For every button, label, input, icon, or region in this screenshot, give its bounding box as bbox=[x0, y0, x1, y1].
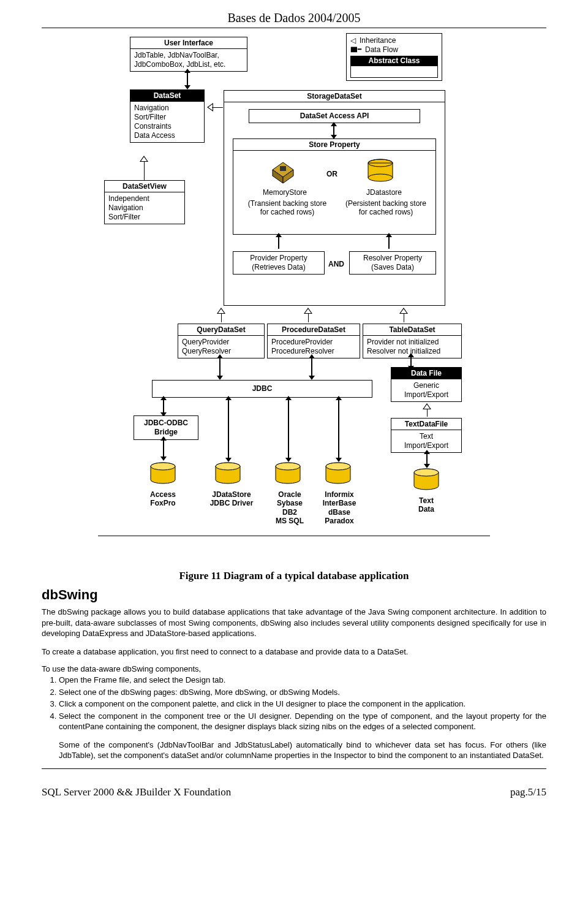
db-cyl-2 bbox=[214, 462, 241, 485]
db-cyl-3 bbox=[274, 462, 301, 485]
arrow-src5 bbox=[426, 453, 428, 464]
dataflow-icon: ⯀━ bbox=[350, 45, 361, 55]
resolver-label: Resolver Property (Saves Data) bbox=[350, 252, 435, 274]
jdatastore-cyl-icon bbox=[367, 159, 394, 182]
svg-point-17 bbox=[414, 469, 439, 476]
svg-point-11 bbox=[216, 463, 240, 470]
step-2: Select one of the dbSwing pages: dbSwing… bbox=[59, 687, 546, 698]
section-heading: dbSwing bbox=[42, 587, 546, 603]
legend-dataflow: Data Flow bbox=[365, 45, 398, 55]
arrow-resolver bbox=[388, 237, 390, 249]
store-property-box: Store Property OR MemoryStore JDatastore… bbox=[233, 138, 436, 235]
memorystore-desc: (Transient backing store for cached rows… bbox=[239, 199, 335, 217]
provider-label: Provider Property (Retrieves Data) bbox=[233, 252, 324, 274]
user-interface-box: User Interface JdbTable, JdbNavToolBar, … bbox=[130, 37, 247, 72]
inheritance-icon: ◁ bbox=[350, 36, 356, 45]
svg-point-13 bbox=[276, 463, 300, 470]
footer-rule bbox=[42, 768, 546, 769]
textdatafile-box: TextDataFile Text Import/Export bbox=[391, 418, 462, 453]
arrow-src4 bbox=[338, 400, 339, 458]
line-t bbox=[404, 314, 404, 322]
dsv-body: Independent Navigation Sort/Filter bbox=[105, 192, 184, 224]
footer-left: SQL Server 2000 && JBuilder X Foundation bbox=[42, 786, 231, 798]
db-cyl-1 bbox=[149, 462, 176, 485]
jdatastore-label: JDatastore bbox=[353, 188, 415, 197]
svg-rect-3 bbox=[280, 166, 286, 171]
paragraph-1: The dbSwing package allows you to build … bbox=[42, 607, 546, 639]
line-q bbox=[221, 314, 222, 322]
tri-textdf bbox=[423, 403, 431, 409]
dataset-body: Navigation Sort/Filter Constraints Data … bbox=[130, 102, 204, 142]
line-textdf bbox=[427, 409, 428, 417]
svg-point-9 bbox=[151, 463, 175, 470]
dataset-api: DataSet Access API bbox=[249, 110, 420, 123]
tri-t bbox=[399, 308, 408, 314]
src3-label: Oracle Sybase DB2 MS SQL bbox=[267, 490, 312, 526]
arrow-table-datafile bbox=[410, 357, 412, 366]
step-1: Open the Frame file, and select the Desi… bbox=[59, 675, 546, 686]
proc-title: ProcedureDataSet bbox=[268, 324, 360, 336]
arrow-src3 bbox=[288, 400, 289, 458]
step-3: Click a component on the component palet… bbox=[59, 699, 546, 710]
db-cyl-4 bbox=[325, 462, 352, 485]
resolver-box: Resolver Property (Saves Data) bbox=[349, 251, 436, 275]
line-p bbox=[308, 314, 309, 322]
legend-box: ◁ Inheritance ⯀━ Data Flow Abstract Clas… bbox=[346, 33, 442, 81]
arrow-q-jdbc bbox=[219, 358, 221, 376]
datasetview-box: DataSetView Independent Navigation Sort/… bbox=[104, 180, 185, 224]
textdf-title: TextDataFile bbox=[391, 419, 461, 430]
footer-right: pag.5/15 bbox=[510, 786, 546, 798]
datafile-body: Generic Import/Export bbox=[391, 379, 461, 401]
src4-label: Informix InterBase dBase Paradox bbox=[315, 490, 364, 526]
legend-inheritance: Inheritance bbox=[360, 36, 396, 45]
paragraph-4: Some of the component's (JdbNavToolBar a… bbox=[59, 740, 546, 761]
tri-q bbox=[217, 308, 225, 314]
svg-point-15 bbox=[326, 463, 350, 470]
page-header: Bases de Dados 2004/2005 bbox=[42, 11, 546, 25]
arrow-api-store bbox=[333, 126, 334, 135]
inherit-tri-dsv bbox=[140, 156, 148, 162]
jdatastore-desc: (Persistent backing store for cached row… bbox=[337, 199, 434, 217]
legend-abstract: Abstract Class bbox=[350, 56, 438, 66]
and-label: AND bbox=[328, 260, 344, 268]
dataset-box: DataSet Navigation Sort/Filter Constrain… bbox=[130, 89, 205, 143]
jdbc-title: JDBC bbox=[153, 381, 372, 397]
store-prop-title: Store Property bbox=[233, 139, 435, 151]
architecture-diagram: ◁ Inheritance ⯀━ Data Flow Abstract Clas… bbox=[98, 33, 490, 566]
arrow-ui-dataset bbox=[187, 72, 188, 86]
diagram-bottom-rule bbox=[98, 536, 490, 536]
paragraph-2: To create a database application, you fi… bbox=[42, 646, 546, 658]
memorystore-label: MemoryStore bbox=[254, 188, 315, 197]
dsv-title: DataSetView bbox=[105, 181, 184, 192]
provider-box: Provider Property (Retrieves Data) bbox=[233, 251, 325, 275]
memory-chip-icon bbox=[270, 161, 296, 186]
dataset-api-box: DataSet Access API bbox=[249, 109, 420, 123]
steps-lead: To use the data-aware dbSwing components… bbox=[42, 664, 546, 673]
arrow-p-jdbc bbox=[311, 358, 312, 376]
ui-body: JdbTable, JdbNavToolBar, JdbComboBox, Jd… bbox=[130, 49, 247, 71]
src5-label: Text Data bbox=[408, 496, 445, 514]
query-title: QueryDataSet bbox=[178, 324, 264, 336]
procdataset-box: ProcedureDataSet ProcedureProvider Proce… bbox=[267, 324, 360, 358]
jdbc-box: JDBC bbox=[152, 380, 372, 398]
table-title: TableDataSet bbox=[363, 324, 461, 336]
storage-dataset-box: StorageDataSet DataSet Access API Store … bbox=[224, 90, 445, 306]
inherit-line-dsv bbox=[144, 162, 145, 180]
arrow-src2 bbox=[228, 400, 229, 458]
svg-point-6 bbox=[368, 174, 393, 181]
steps-list: Open the Frame file, and select the Desi… bbox=[59, 675, 546, 732]
or-label: OR bbox=[326, 170, 337, 178]
db-cyl-5 bbox=[413, 468, 440, 491]
ui-title: User Interface bbox=[130, 37, 247, 49]
arrow-provider bbox=[278, 237, 279, 249]
src2-label: JDataStore JDBC Driver bbox=[202, 490, 261, 508]
querydataset-box: QueryDataSet QueryProvider QueryResolver bbox=[178, 324, 265, 358]
arrow-jdbc-bridge bbox=[163, 400, 164, 413]
dataset-title: DataSet bbox=[130, 90, 204, 102]
header-rule bbox=[42, 28, 546, 28]
tri-p bbox=[304, 308, 312, 314]
storage-title: StorageDataSet bbox=[224, 91, 445, 102]
datafile-box: Data File Generic Import/Export bbox=[391, 367, 462, 402]
arrow-src1 bbox=[163, 440, 164, 457]
step-4: Select the component in the component tr… bbox=[59, 711, 546, 732]
